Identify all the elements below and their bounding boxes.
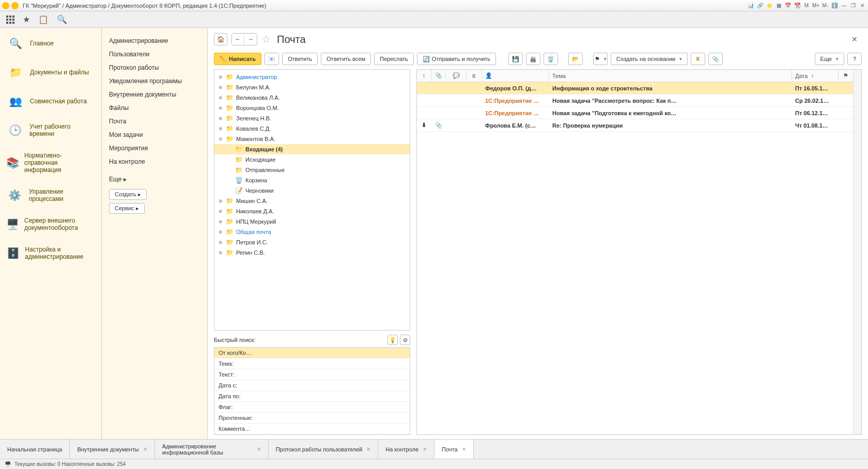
home-button[interactable]: 🏠: [214, 33, 227, 45]
help-button[interactable]: ?: [847, 53, 862, 65]
m-minus-button[interactable]: M-: [822, 2, 829, 9]
folder-tree[interactable]: ⊕📁Администратор⊕📁Белугин М.А.⊕📁Великанов…: [214, 69, 410, 331]
mail-row[interactable]: Федоров О.П. (д… Информация о ходе строи…: [417, 82, 853, 95]
subnav-link[interactable]: Пользователи: [109, 48, 200, 61]
subnav-link[interactable]: Мои задачи: [109, 128, 200, 142]
create-button[interactable]: Создать ▸: [109, 189, 147, 200]
bottom-tab[interactable]: Протокол работы пользователей✕: [269, 440, 379, 459]
expand-icon[interactable]: ⊖: [218, 136, 224, 142]
quick-search-row[interactable]: От кого/Ко…: [214, 348, 410, 358]
calc-icon[interactable]: 📊: [747, 2, 754, 9]
col-reply[interactable]: 💬: [446, 70, 467, 82]
cal-icon[interactable]: 📅: [784, 2, 792, 9]
link-icon[interactable]: 🔗: [756, 2, 764, 9]
tree-node[interactable]: ⊕📁Петров И.С.: [214, 237, 410, 247]
mail-row[interactable]: ⬇ 📎 Фролова Е.М. (с… Re: Проверка нумера…: [417, 119, 853, 132]
subnav-more[interactable]: Еще ▸: [109, 173, 200, 186]
star-icon[interactable]: ⭐: [766, 2, 773, 9]
expand-icon[interactable]: ⊕: [218, 240, 224, 245]
tree-node[interactable]: ⊕📁Воронцова О.М.: [214, 103, 410, 113]
tab-close-icon[interactable]: ✕: [423, 446, 427, 452]
service-button[interactable]: Сервис ▸: [109, 203, 145, 214]
subnav-link[interactable]: Администрирование: [109, 34, 200, 48]
tree-node[interactable]: ⊕📁Общая почта: [214, 227, 410, 237]
tree-subnode[interactable]: 📁Исходящие: [214, 154, 410, 165]
tree-node[interactable]: ⊕📁Администратор: [214, 72, 410, 82]
leftnav-item[interactable]: 🕒Учет рабочего времени: [0, 119, 101, 142]
expand-icon[interactable]: ⊕: [218, 209, 224, 214]
col-from[interactable]: 👤: [482, 70, 549, 82]
clear-icon-button[interactable]: ⊘: [400, 335, 410, 345]
quick-search-row[interactable]: Коммента…: [214, 424, 410, 434]
quick-search-row[interactable]: Текст:: [214, 369, 410, 380]
save-icon-button[interactable]: 💾: [508, 53, 523, 65]
expand-icon[interactable]: ⊕: [218, 219, 224, 224]
quick-search-row[interactable]: Тема:: [214, 358, 410, 369]
search-icon[interactable]: 🔍: [57, 14, 67, 24]
bottom-tab[interactable]: На контроле✕: [378, 440, 435, 459]
m-plus-button[interactable]: M+: [812, 2, 819, 9]
apps-icon[interactable]: [6, 15, 14, 24]
leftnav-item[interactable]: 📚Нормативно-справочная информация: [0, 148, 101, 178]
favorite-toggle-icon[interactable]: ☆: [261, 33, 271, 45]
tree-node[interactable]: ⊕📁Николаев Д.А.: [214, 206, 410, 216]
forward-button[interactable]: →: [244, 34, 257, 45]
leftnav-item[interactable]: 🗄️Настройка и администрирование: [0, 242, 101, 264]
tree-node[interactable]: ⊕📁Репин С.В.: [214, 247, 410, 258]
m-button[interactable]: M: [803, 2, 810, 9]
move-icon-button[interactable]: 📂: [568, 53, 583, 65]
expand-icon[interactable]: ⊕: [218, 250, 224, 255]
tab-close-icon[interactable]: ✕: [257, 446, 261, 452]
reply-all-button[interactable]: Ответить всем: [321, 53, 371, 65]
tree-node[interactable]: ⊕📁Белугин М.А.: [214, 82, 410, 92]
minimize-icon[interactable]: —: [840, 2, 847, 9]
more-button[interactable]: Еще: [815, 53, 844, 65]
tree-subnode[interactable]: 📝Черновики: [214, 185, 410, 196]
col-subject[interactable]: Тема: [549, 70, 792, 82]
tree-node[interactable]: ⊕📁Ковалев С.Д.: [214, 123, 410, 134]
create-based-button[interactable]: Создать на основании: [611, 53, 688, 65]
col-k[interactable]: К: [467, 70, 482, 82]
send-receive-button[interactable]: 🔄 Отправить и получить: [417, 53, 496, 65]
compose-button[interactable]: ✏️ Написать: [214, 53, 261, 65]
expand-icon[interactable]: ⊕: [218, 85, 224, 90]
help-icon[interactable]: ℹ️: [831, 2, 838, 9]
subnav-link[interactable]: Мероприятия: [109, 142, 200, 155]
favorites-icon[interactable]: ★: [23, 14, 30, 24]
expand-icon[interactable]: ⊕: [218, 126, 224, 131]
mail-row[interactable]: 1С:Предприятие … Новая задача "Рассмотре…: [417, 95, 853, 107]
maximize-icon[interactable]: ❐: [849, 2, 857, 9]
back-button[interactable]: ←: [232, 34, 244, 45]
expand-icon[interactable]: ⊕: [218, 105, 224, 111]
leftnav-item[interactable]: 🔍Главное: [0, 32, 101, 55]
subnav-link[interactable]: Протокол работы: [109, 61, 200, 74]
delete-icon-button[interactable]: 🗑️: [544, 53, 558, 65]
quick-search-row[interactable]: Дата с:: [214, 380, 410, 391]
tree-subnode[interactable]: 📁Входящие (4): [214, 144, 410, 154]
col-flag[interactable]: ⚑: [839, 70, 853, 82]
subnav-link[interactable]: Уведомления программы: [109, 74, 200, 88]
col-date[interactable]: Дата ↑: [792, 70, 839, 82]
tree-node[interactable]: ⊖📁Мамонтов В.А.: [214, 134, 410, 144]
dropdown-icon[interactable]: [11, 2, 19, 9]
reply-button[interactable]: Ответить: [282, 53, 318, 65]
tree-node[interactable]: ⊕📁Зеленец Н.В.: [214, 113, 410, 123]
leftnav-item[interactable]: ⚙️Управление процессами: [0, 184, 101, 207]
col-importance[interactable]: !: [417, 70, 431, 82]
leftnav-item[interactable]: 👥Совместная работа: [0, 90, 101, 113]
flag-dropdown-button[interactable]: ⚑: [593, 53, 608, 65]
tree-subnode[interactable]: 🗑️Корзина: [214, 175, 410, 185]
leftnav-item[interactable]: 📁Документы и файлы: [0, 61, 101, 84]
cal2-icon[interactable]: 📆: [794, 2, 801, 9]
subnav-link[interactable]: Почта: [109, 115, 200, 128]
close-icon[interactable]: ✕: [859, 2, 866, 9]
col-attach[interactable]: 📎: [431, 70, 446, 82]
tree-node[interactable]: ⊕📁Мишин С.А.: [214, 196, 410, 206]
hint-icon-button[interactable]: 💡: [388, 335, 398, 345]
expand-icon[interactable]: ⊕: [218, 116, 224, 121]
bottom-tab[interactable]: Администрирование информационной базы✕: [155, 440, 269, 459]
bottom-tab[interactable]: Внутренние документы✕: [70, 440, 154, 459]
tree-node[interactable]: ⊕📁Великанова Л.А.: [214, 92, 410, 103]
attach-icon-button[interactable]: 📎: [708, 53, 723, 65]
tree-node[interactable]: ⊕📁НПЦ Меркурий: [214, 216, 410, 227]
